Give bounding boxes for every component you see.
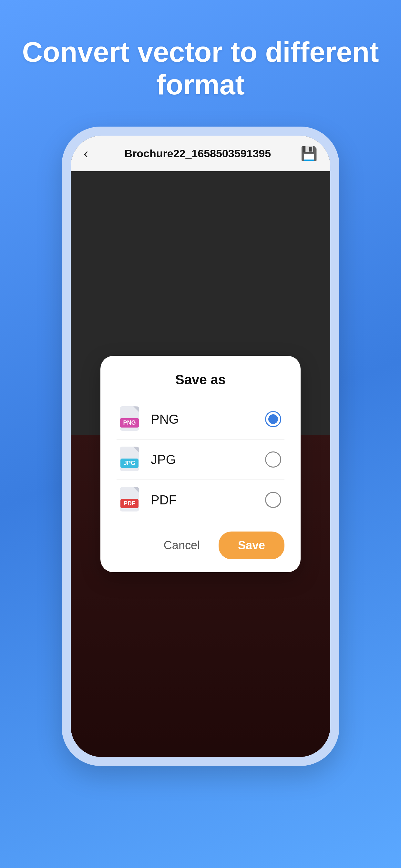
dialog-title: Save as bbox=[175, 372, 226, 388]
hero-title: Convert vector to different format bbox=[0, 35, 401, 101]
jpg-tag: JPG bbox=[120, 459, 138, 468]
pdf-radio[interactable] bbox=[265, 492, 281, 508]
png-label: PNG bbox=[151, 412, 265, 427]
format-item-pdf[interactable]: PDF PDF bbox=[117, 480, 284, 520]
save-button[interactable]: Save bbox=[219, 531, 284, 559]
png-tag: PNG bbox=[120, 418, 139, 428]
png-file-icon: PNG bbox=[120, 406, 142, 432]
pdf-label: PDF bbox=[151, 493, 265, 507]
format-list: PNG PNG JPG bbox=[117, 399, 284, 520]
topbar-title: Brochure22_1658503591395 bbox=[95, 147, 301, 160]
jpg-file-icon: JPG bbox=[120, 446, 142, 472]
phone-screen: ‹ Brochure22_1658503591395 💾 Save as bbox=[71, 135, 330, 757]
pdf-tag: PDF bbox=[120, 499, 138, 508]
jpg-label: JPG bbox=[151, 453, 265, 467]
format-item-jpg[interactable]: JPG JPG bbox=[117, 439, 284, 479]
format-item-png[interactable]: PNG PNG bbox=[117, 399, 284, 439]
phone-content: Save as PNG PNG bbox=[71, 171, 330, 757]
back-button[interactable]: ‹ bbox=[84, 145, 89, 161]
png-radio-inner bbox=[268, 414, 278, 424]
cancel-button[interactable]: Cancel bbox=[155, 533, 209, 558]
png-radio[interactable] bbox=[265, 411, 281, 427]
save-icon[interactable]: 💾 bbox=[301, 146, 317, 161]
jpg-radio[interactable] bbox=[265, 452, 281, 468]
pdf-file-icon: PDF bbox=[120, 487, 142, 513]
save-as-dialog: Save as PNG PNG bbox=[100, 356, 301, 572]
phone-mockup: ‹ Brochure22_1658503591395 💾 Save as bbox=[62, 127, 339, 766]
dialog-actions: Cancel Save bbox=[117, 531, 284, 559]
topbar: ‹ Brochure22_1658503591395 💾 bbox=[71, 135, 330, 171]
